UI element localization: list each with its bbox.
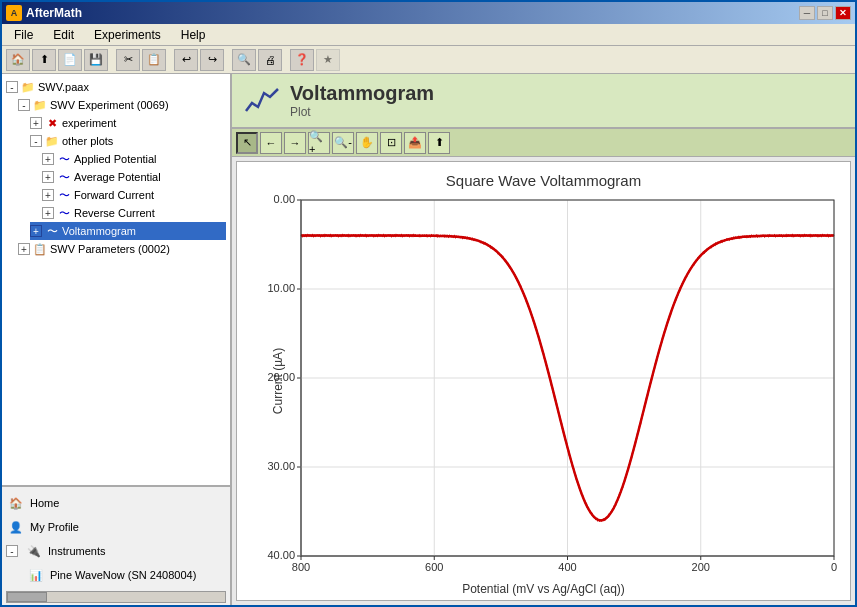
titlebar-buttons[interactable]: ─ □ ✕ [799, 6, 851, 20]
nav-home-label: Home [30, 497, 59, 509]
folder-icon: 📁 [20, 79, 36, 95]
plot-header-icon [244, 83, 280, 119]
menu-help[interactable]: Help [173, 26, 214, 44]
tree-experiment[interactable]: + ✖ experiment [30, 114, 226, 132]
tree-exp-label: SWV Experiment (0069) [50, 99, 169, 111]
tree-applied-label: Applied Potential [74, 153, 157, 165]
x-icon: ✖ [44, 115, 60, 131]
nav-instruments-children: 📊 Pine WaveNow (SN 2408004) [6, 563, 226, 587]
plot-btn-zoomout[interactable]: 🔍- [332, 132, 354, 154]
left-panel: - 📁 SWV.paax - 📁 SWV Experiment (0069) + [2, 74, 232, 605]
tree-reverse-label: Reverse Current [74, 207, 155, 219]
minimize-button[interactable]: ─ [799, 6, 815, 20]
nav-instruments-label: Instruments [48, 545, 105, 557]
nav-scrollbar-thumb[interactable] [7, 592, 47, 602]
person-icon: 👤 [6, 517, 26, 537]
expand-params[interactable]: + [18, 243, 30, 255]
plot-title: Voltammogram [290, 82, 434, 105]
toolbar-undo[interactable]: ↩ [174, 49, 198, 71]
tree-average-label: Average Potential [74, 171, 161, 183]
folder-icon-other: 📁 [44, 133, 60, 149]
wave-icon-applied: 〜 [56, 151, 72, 167]
tree-params[interactable]: + 📋 SWV Parameters (0002) [18, 240, 226, 258]
tree-other-plots[interactable]: - 📁 other plots [30, 132, 226, 150]
maximize-button[interactable]: □ [817, 6, 833, 20]
toolbar-misc[interactable]: ★ [316, 49, 340, 71]
chart-area: Square Wave Voltammogram Current (µA) Po… [236, 161, 851, 601]
app-icon: A [6, 5, 22, 21]
expand-instruments[interactable]: - [6, 545, 18, 557]
tree-root[interactable]: - 📁 SWV.paax [6, 78, 226, 96]
tree-forward-label: Forward Current [74, 189, 154, 201]
window-title: AfterMath [26, 6, 82, 20]
chart-inner: Square Wave Voltammogram Current (µA) Po… [237, 162, 850, 600]
device-icon: 📊 [26, 565, 46, 585]
menu-file[interactable]: File [6, 26, 41, 44]
expand-exp[interactable]: - [18, 99, 30, 111]
main-content: - 📁 SWV.paax - 📁 SWV Experiment (0069) + [2, 74, 855, 605]
plot-toolbar: ↖ ← → 🔍+ 🔍- ✋ ⊡ 📤 ⬆ [232, 129, 855, 157]
nav-home[interactable]: 🏠 Home [6, 491, 226, 515]
voltammogram-canvas [237, 162, 850, 600]
expand-average[interactable]: + [42, 171, 54, 183]
toolbar-print[interactable]: 🖨 [258, 49, 282, 71]
expand-exp-leaf[interactable]: + [30, 117, 42, 129]
plot-btn-forward[interactable]: → [284, 132, 306, 154]
home-icon: 🏠 [6, 493, 26, 513]
toolbar-copy[interactable]: 📋 [142, 49, 166, 71]
tree-root-label: SWV.paax [38, 81, 89, 93]
plot-btn-fit[interactable]: ⊡ [380, 132, 402, 154]
plot-btn-back[interactable]: ← [260, 132, 282, 154]
expand-reverse[interactable]: + [42, 207, 54, 219]
tree-applied[interactable]: + 〜 Applied Potential [42, 150, 226, 168]
close-button[interactable]: ✕ [835, 6, 851, 20]
tree-other-label: other plots [62, 135, 113, 147]
expand-forward[interactable]: + [42, 189, 54, 201]
plot-btn-zoomin[interactable]: 🔍+ [308, 132, 330, 154]
nav-device[interactable]: 📊 Pine WaveNow (SN 2408004) [26, 563, 226, 587]
toolbar-save[interactable]: 💾 [84, 49, 108, 71]
plot-btn-export[interactable]: 📤 [404, 132, 426, 154]
toolbar-redo[interactable]: ↪ [200, 49, 224, 71]
wave-icon-volta: 〜 [44, 223, 60, 239]
plot-title-block: Voltammogram Plot [290, 82, 434, 119]
folder-icon-exp: 📁 [32, 97, 48, 113]
nav-profile-label: My Profile [30, 521, 79, 533]
plot-header: Voltammogram Plot [232, 74, 855, 129]
plot-btn-cursor[interactable]: ↖ [236, 132, 258, 154]
toolbar-search[interactable]: 🔍 [232, 49, 256, 71]
expand-root[interactable]: - [6, 81, 18, 93]
tree-voltammogram[interactable]: + 〜 Voltammogram [30, 222, 226, 240]
tree-experiment-group[interactable]: - 📁 SWV Experiment (0069) [18, 96, 226, 114]
nav-profile[interactable]: 👤 My Profile [6, 515, 226, 539]
nav-scrollbar[interactable] [6, 591, 226, 603]
wave-icon-forward: 〜 [56, 187, 72, 203]
titlebar-left: A AfterMath [6, 5, 82, 21]
toolbar-home[interactable]: 🏠 [6, 49, 30, 71]
expand-applied[interactable]: + [42, 153, 54, 165]
toolbar-cut[interactable]: ✂ [116, 49, 140, 71]
titlebar: A AfterMath ─ □ ✕ [2, 2, 855, 24]
menu-experiments[interactable]: Experiments [86, 26, 169, 44]
expand-volta[interactable]: + [30, 225, 42, 237]
nav-panel: 🏠 Home 👤 My Profile - 🔌 Instruments 📊 Pi… [2, 485, 230, 605]
right-panel: Voltammogram Plot ↖ ← → 🔍+ 🔍- ✋ ⊡ 📤 ⬆ Sq… [232, 74, 855, 605]
main-window: A AfterMath ─ □ ✕ File Edit Experiments … [0, 0, 857, 607]
plot-btn-pan[interactable]: ✋ [356, 132, 378, 154]
nav-instruments[interactable]: - 🔌 Instruments [6, 539, 226, 563]
toolbar-help[interactable]: ❓ [290, 49, 314, 71]
toolbar-up[interactable]: ⬆ [32, 49, 56, 71]
doc-icon-params: 📋 [32, 241, 48, 257]
expand-other[interactable]: - [30, 135, 42, 147]
main-toolbar: 🏠 ⬆ 📄 💾 ✂ 📋 ↩ ↪ 🔍 🖨 ❓ ★ [2, 46, 855, 74]
tree-volta-label: Voltammogram [62, 225, 136, 237]
tree-reverse[interactable]: + 〜 Reverse Current [42, 204, 226, 222]
menubar: File Edit Experiments Help [2, 24, 855, 46]
nav-device-label: Pine WaveNow (SN 2408004) [50, 569, 196, 581]
file-tree: - 📁 SWV.paax - 📁 SWV Experiment (0069) + [2, 74, 230, 485]
plot-btn-up[interactable]: ⬆ [428, 132, 450, 154]
toolbar-new[interactable]: 📄 [58, 49, 82, 71]
tree-average[interactable]: + 〜 Average Potential [42, 168, 226, 186]
tree-forward[interactable]: + 〜 Forward Current [42, 186, 226, 204]
menu-edit[interactable]: Edit [45, 26, 82, 44]
